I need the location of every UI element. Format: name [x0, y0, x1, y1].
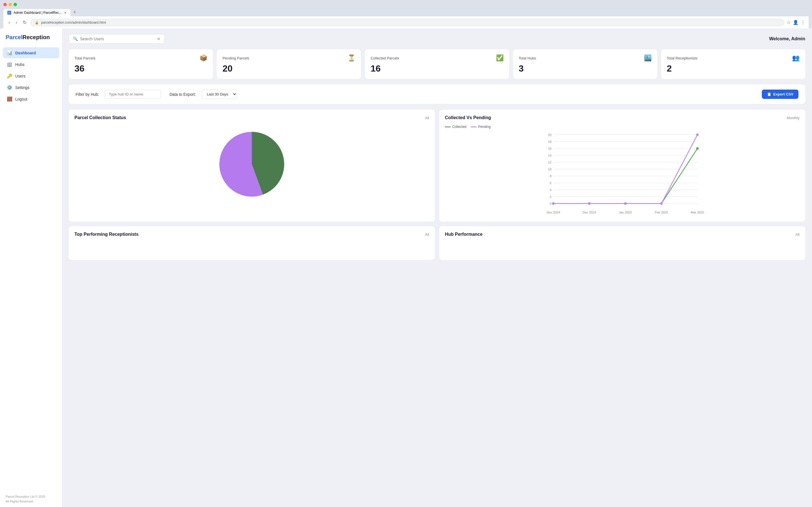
legend-item-pending: Pending: [471, 125, 491, 129]
legend-color: [471, 126, 476, 127]
sidebar-item-dashboard[interactable]: 📊Dashboard: [3, 47, 59, 58]
settings-icon: ⚙️: [7, 85, 12, 90]
hub-performance-header: Hub Performance All: [445, 232, 800, 237]
browser-tab[interactable]: P Admin Dashboard | ParcelRec... ✕: [3, 9, 70, 16]
svg-text:Jan 2025: Jan 2025: [619, 211, 632, 214]
tab-label: Admin Dashboard | ParcelRec...: [13, 11, 62, 15]
svg-point-34: [624, 202, 627, 205]
pie-chart-title: Parcel Collection Status: [74, 115, 126, 120]
menu-button[interactable]: ⋮: [801, 20, 805, 25]
stats-grid: Total Parcels 📦 36 Pending Parcels ⏳ 20 …: [69, 49, 805, 79]
hub-performance-title: Hub Performance: [445, 232, 483, 237]
search-icon: 🔍: [73, 37, 78, 41]
sidebar-item-label: Logout: [15, 97, 28, 101]
logout-icon: 🟫: [7, 96, 12, 102]
pie-chart-subtitle: All: [425, 116, 429, 120]
sidebar-item-label: Users: [15, 74, 26, 78]
sidebar-nav: 📊Dashboard🏢Hubs🔑Users⚙️Settings🟫Logout: [0, 47, 62, 490]
search-input[interactable]: [80, 37, 155, 41]
dashboard-icon: 📊: [7, 50, 12, 55]
svg-text:Dec 2024: Dec 2024: [583, 211, 596, 214]
footer-line1: Parcel Reception Ltd © 2025: [6, 494, 56, 499]
export-btn-label: Export CSV: [773, 92, 794, 96]
svg-point-31: [696, 147, 699, 150]
stat-card-pending-parcels: Pending Parcels ⏳ 20: [217, 49, 361, 79]
svg-text:16: 16: [548, 147, 552, 150]
legend-label: Pending: [478, 125, 491, 129]
sidebar-item-label: Dashboard: [15, 51, 36, 55]
forward-button[interactable]: ›: [14, 19, 18, 26]
stat-value: 20: [222, 63, 355, 74]
sidebar-item-logout[interactable]: 🟫Logout: [3, 94, 59, 105]
svg-text:Nov 2024: Nov 2024: [547, 211, 560, 214]
tab-close-button[interactable]: ✕: [64, 11, 66, 15]
search-clear-button[interactable]: ✕: [157, 37, 160, 41]
line-chart-subtitle: Monthly: [786, 116, 800, 120]
sidebar-item-hubs[interactable]: 🏢Hubs: [3, 59, 59, 70]
hubs-icon: 🏢: [7, 62, 12, 67]
line-chart-title: Collected Vs Pending: [445, 115, 491, 120]
logo-parcel: Parcel: [6, 34, 22, 40]
stat-card-total-hubs: Total Hubs 🏙️ 3: [513, 49, 657, 79]
traffic-light-green[interactable]: [13, 3, 17, 6]
stat-card-total-parcels: Total Parcels 📦 36: [69, 49, 213, 79]
stat-value: 3: [519, 63, 652, 74]
traffic-light-red[interactable]: [3, 3, 7, 6]
svg-point-32: [552, 202, 555, 205]
search-box[interactable]: 🔍 ✕: [69, 34, 165, 44]
stat-icon: 👥: [792, 54, 800, 62]
svg-text:10: 10: [548, 168, 552, 171]
sidebar-item-users[interactable]: 🔑Users: [3, 70, 59, 81]
line-chart-legend: CollectedPending: [445, 125, 800, 129]
svg-point-36: [696, 133, 699, 136]
stat-header: Total Hubs 🏙️: [519, 54, 652, 62]
stat-label: Total Parcels: [74, 56, 95, 60]
hub-performance-card: Hub Performance All: [439, 226, 805, 260]
svg-text:4: 4: [550, 188, 552, 191]
svg-text:20: 20: [548, 133, 552, 136]
logo-reception: Reception: [22, 34, 50, 40]
profile-button[interactable]: 👤: [793, 20, 799, 25]
hub-filter-input[interactable]: [105, 90, 161, 99]
refresh-button[interactable]: ↻: [21, 18, 28, 26]
bookmark-button[interactable]: ☆: [786, 20, 791, 25]
legend-label: Collected: [452, 125, 466, 129]
stat-header: Total Parcels 📦: [74, 54, 207, 62]
stat-card-collected-parcels: Collected Parcels ✅ 16: [365, 49, 509, 79]
hub-performance-subtitle: All: [796, 232, 800, 237]
welcome-message: Welcome, Admin: [769, 36, 805, 41]
svg-text:2: 2: [550, 195, 552, 199]
stat-value: 2: [667, 63, 800, 74]
top-receptionists-card: Top Performing Receptionists All: [69, 226, 435, 260]
stat-icon: 🏙️: [644, 54, 652, 62]
date-range-select[interactable]: Last 30 DaysLast 7 DaysLast 90 DaysAll T…: [202, 90, 237, 99]
data-export-label: Data to Export:: [169, 92, 196, 97]
tab-favicon: P: [7, 11, 11, 15]
stat-header: Total Receptionists 👥: [667, 54, 800, 62]
pie-chart-header: Parcel Collection Status All: [74, 115, 429, 120]
svg-text:12: 12: [548, 161, 552, 164]
pie-chart-svg: [215, 128, 289, 201]
filter-hub-label: Filter by Hub:: [75, 92, 99, 97]
new-tab-button[interactable]: +: [70, 8, 79, 16]
traffic-light-yellow[interactable]: [8, 3, 12, 6]
svg-text:0: 0: [550, 202, 552, 205]
sidebar-footer: Parcel Reception Ltd © 2025 All Rights R…: [0, 490, 62, 507]
stat-value: 16: [370, 63, 503, 74]
address-bar[interactable]: 🔒 parcelreception.com/admin/dashboard.ht…: [31, 19, 784, 26]
sidebar-item-settings[interactable]: ⚙️Settings: [3, 82, 59, 93]
export-csv-button[interactable]: 📋 Export CSV: [762, 90, 799, 99]
top-receptionists-title: Top Performing Receptionists: [74, 232, 139, 237]
top-receptionists-subtitle: All: [425, 232, 429, 237]
svg-text:Feb 2025: Feb 2025: [655, 211, 668, 214]
stat-label: Total Receptionists: [667, 56, 698, 60]
stat-label: Total Hubs: [519, 56, 536, 60]
legend-item-collected: Collected: [445, 125, 466, 129]
svg-text:14: 14: [548, 154, 552, 157]
line-chart-card: Collected Vs Pending Monthly CollectedPe…: [439, 110, 805, 222]
logo: ParcelReception: [0, 34, 62, 47]
svg-text:8: 8: [550, 174, 552, 178]
back-button[interactable]: ‹: [7, 19, 11, 26]
users-icon: 🔑: [7, 73, 12, 78]
stat-icon: 📦: [200, 54, 207, 62]
